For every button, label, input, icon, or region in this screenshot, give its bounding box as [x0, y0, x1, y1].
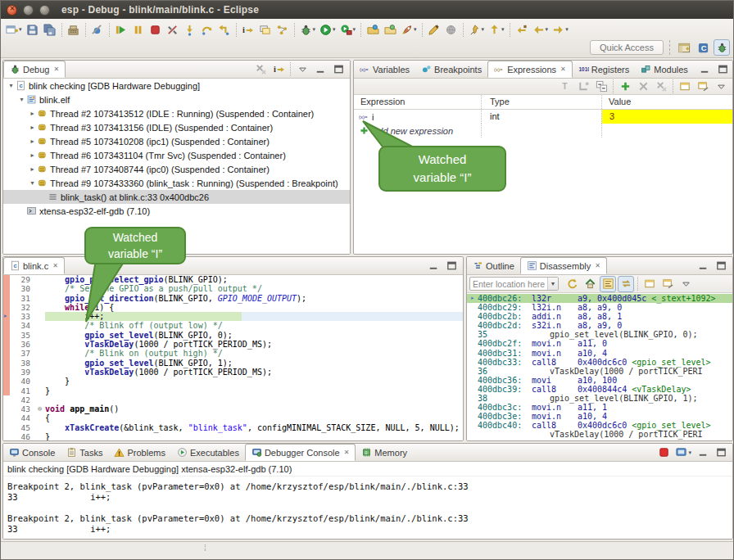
minimize-button[interactable]	[312, 61, 328, 78]
expander-open-icon[interactable]: ▾	[7, 82, 16, 89]
show-type-names-button[interactable]: T	[557, 79, 573, 95]
chevron-down-icon[interactable]: ▼	[547, 278, 558, 290]
minimize-button[interactable]	[425, 258, 442, 274]
tab-memory[interactable]: 0Memory	[356, 444, 413, 461]
column-divider[interactable]	[481, 95, 482, 109]
link-view-button[interactable]	[695, 79, 711, 95]
close-icon[interactable]: ✕	[344, 449, 350, 456]
code-text[interactable]: vTaskDelay(1000 / portTICK_PERIOD_MS);	[45, 340, 463, 349]
terminate-button[interactable]	[147, 21, 164, 38]
quick-access-button[interactable]: Quick Access	[590, 40, 664, 55]
add-expression-button[interactable]	[617, 79, 633, 95]
launch-run-button[interactable]: ▾	[399, 21, 419, 38]
location-input[interactable]	[470, 279, 547, 289]
open-perspective-button[interactable]	[676, 39, 692, 56]
instruction-stepping-button[interactable]: i	[270, 61, 287, 78]
expander-closed-icon[interactable]: ▸	[28, 151, 37, 159]
expander-closed-icon[interactable]: ▸	[28, 124, 37, 131]
close-icon[interactable]: ✕	[53, 65, 59, 73]
suspend-button[interactable]	[130, 21, 147, 38]
tree-item[interactable]: ▸Thread #2 1073413512 (IDLE : Running) (…	[3, 106, 350, 120]
tree-item[interactable]: ▸Thread #7 1073408744 (ipc0) (Suspended …	[3, 162, 350, 176]
code-text[interactable]: {	[45, 413, 463, 422]
code-text[interactable]: }	[45, 377, 463, 386]
save-all-button[interactable]	[42, 21, 58, 38]
dropdown-arrow-icon[interactable]: ▾	[414, 26, 417, 33]
tab-expressions[interactable]: (x)=Expressions✕	[487, 61, 573, 78]
instruction-stepping-button[interactable]: i	[240, 21, 256, 38]
new-view-button[interactable]	[641, 276, 658, 292]
location-combo[interactable]: ▼	[469, 277, 559, 291]
dropdown-arrow-icon[interactable]: ▾	[501, 26, 505, 33]
resume-button[interactable]	[113, 21, 129, 38]
view-menu-button[interactable]	[713, 79, 729, 95]
dropdown-arrow-icon[interactable]: ▾	[482, 26, 485, 33]
remove-all-terminated-button[interactable]	[252, 61, 269, 78]
forward-button[interactable]: ▾	[550, 21, 570, 38]
step-over-button[interactable]	[199, 21, 215, 38]
maximize-button[interactable]	[715, 61, 732, 78]
title-bar[interactable]: esp - Debug - blink/main/blink.c - Eclip…	[1, 1, 733, 19]
instruction-pointer-icon[interactable]: ➤	[3, 312, 14, 321]
dropdown-arrow-icon[interactable]: ▾	[333, 26, 336, 33]
remove-expression-button[interactable]	[635, 79, 651, 95]
tab-debugger-console[interactable]: Debugger Console✕	[245, 444, 356, 461]
tab-tasks[interactable]: Tasks	[61, 444, 108, 461]
code-text[interactable]: }	[45, 432, 463, 440]
expander-open-icon[interactable]: ▾	[28, 179, 37, 187]
dropdown-arrow-icon[interactable]: ▾	[19, 26, 22, 33]
view-menu-button[interactable]	[294, 61, 310, 78]
tab-outline[interactable]: Outline	[467, 257, 520, 274]
step-return-button[interactable]	[216, 21, 233, 38]
code-text[interactable]: void app_main()	[45, 404, 463, 413]
tab-disassembly[interactable]: Disassembly✕	[520, 257, 607, 274]
code-text[interactable]: vTaskDelay(1000 / portTICK_PERIOD_MS);	[45, 368, 463, 377]
code-text[interactable]: /* Blink on (output high) */	[45, 349, 463, 358]
refresh-button[interactable]	[564, 276, 580, 292]
dropdown-arrow-icon[interactable]: ▾	[313, 26, 316, 33]
new-view-button[interactable]	[677, 79, 693, 95]
paintbrush-button[interactable]	[426, 21, 442, 38]
step-into-button[interactable]	[182, 21, 198, 38]
build-button[interactable]	[66, 21, 82, 38]
window-close-button[interactable]	[7, 5, 17, 16]
code-text[interactable]	[45, 395, 463, 404]
tab-variables[interactable]: (x)=Variables	[354, 61, 415, 78]
terminate-red-button[interactable]	[655, 445, 672, 461]
link-view-button[interactable]	[659, 276, 676, 292]
expander-closed-icon[interactable]: ▸	[28, 110, 37, 117]
dropdown-arrow-icon[interactable]: ▾	[688, 449, 691, 456]
trace-control-button[interactable]	[274, 21, 291, 38]
minimize-button[interactable]	[695, 445, 711, 461]
view-menu-button[interactable]	[677, 276, 694, 292]
pin-editor-button[interactable]: ▾	[467, 21, 487, 38]
dropdown-arrow-icon[interactable]: ▾	[353, 26, 356, 33]
debug-perspective-button[interactable]	[714, 39, 730, 56]
cpp-perspective-button[interactable]: C	[695, 39, 711, 56]
goto-home-button[interactable]	[582, 276, 598, 292]
dropdown-arrow-icon[interactable]: ▾	[546, 26, 549, 33]
debug-button[interactable]: ▾	[298, 21, 318, 38]
tab-problems[interactable]: Problems	[108, 444, 170, 461]
close-icon[interactable]: ✕	[595, 262, 600, 269]
tree-item[interactable]: ▾cblink checking [GDB Hardware Debugging…	[3, 79, 350, 93]
run-button[interactable]: ▾	[318, 21, 338, 38]
close-icon[interactable]: ✕	[52, 262, 58, 269]
maximize-button[interactable]	[713, 258, 729, 274]
code-text[interactable]: xTaskCreate(&blink_task, "blink_task", c…	[45, 423, 463, 432]
tab-modules[interactable]: Modules	[635, 61, 694, 78]
tree-item[interactable]: ▾Thread #9 1073433360 (blink_task : Runn…	[3, 176, 350, 190]
minimize-button[interactable]	[695, 258, 711, 274]
collapse-all-button[interactable]	[593, 79, 609, 95]
minimize-button[interactable]	[697, 61, 714, 78]
disassembly-listing[interactable]: ➤400dbc26:l32ra9, 0x400d045c <_stext+109…	[467, 294, 732, 440]
tab-breakpoints[interactable]: Breakpoints	[415, 61, 487, 78]
tab-registers[interactable]: 1010Registers	[573, 61, 635, 78]
code-text[interactable]: gpio_set_level(BLINK_GPIO, 0);	[45, 331, 463, 340]
maximize-button[interactable]	[713, 445, 729, 461]
remove-all-expressions-button[interactable]	[653, 79, 669, 95]
new-wizard-button[interactable]: ▾	[4, 21, 24, 38]
tab-console[interactable]: Console	[3, 444, 61, 461]
column-header-expression[interactable]: Expression	[360, 97, 405, 106]
maximize-button[interactable]	[330, 61, 347, 78]
